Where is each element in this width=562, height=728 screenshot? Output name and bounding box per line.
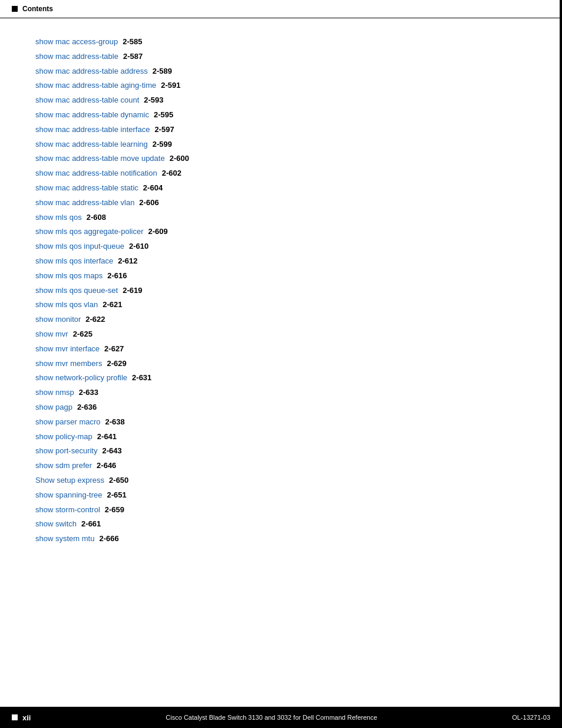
toc-entry: show mac address-table static2-604 xyxy=(35,182,527,195)
toc-page-number: 2-661 xyxy=(81,518,101,531)
toc-entry: show mls qos input-queue2-610 xyxy=(35,241,527,253)
toc-entry: show mvr members2-629 xyxy=(35,358,527,370)
toc-link[interactable]: show mac address-table static xyxy=(35,182,138,195)
toc-entry: show mac address-table address2-589 xyxy=(35,65,527,78)
toc-entry: show mac address-table notification2-602 xyxy=(35,167,527,180)
toc-page-number: 2-659 xyxy=(105,504,124,516)
toc-link[interactable]: show mls qos input-queue xyxy=(35,241,124,253)
toc-link[interactable]: show mac address-table move update xyxy=(35,153,165,165)
page-footer: xii Cisco Catalyst Blade Switch 3130 and… xyxy=(0,707,562,728)
toc-entry: show monitor2-622 xyxy=(35,314,527,326)
toc-page-number: 2-633 xyxy=(79,387,98,399)
toc-page-number: 2-591 xyxy=(161,80,180,92)
toc-page-number: 2-585 xyxy=(123,36,142,48)
toc-page-number: 2-612 xyxy=(118,255,137,268)
toc-entry: show mls qos interface2-612 xyxy=(35,255,527,268)
footer-center-text: Cisco Catalyst Blade Switch 3130 and 303… xyxy=(31,714,512,721)
header-title: Contents xyxy=(22,5,53,13)
toc-page-number: 2-597 xyxy=(154,124,174,136)
toc-link[interactable]: Show setup express xyxy=(35,475,104,487)
toc-page-number: 2-646 xyxy=(97,460,116,472)
toc-entry: Show setup express2-650 xyxy=(35,475,527,487)
toc-link[interactable]: show mac address-table interface xyxy=(35,124,150,136)
toc-link[interactable]: show mvr members xyxy=(35,358,102,370)
toc-link[interactable]: show mvr xyxy=(35,328,68,341)
footer-doc-number: OL-13271-03 xyxy=(512,714,550,721)
toc-link[interactable]: show system mtu xyxy=(35,533,94,545)
toc-page-number: 2-602 xyxy=(162,167,181,180)
toc-page-number: 2-606 xyxy=(139,197,158,209)
toc-page-number: 2-622 xyxy=(85,314,105,326)
toc-entry: show mac address-table vlan2-606 xyxy=(35,197,527,209)
toc-page-number: 2-643 xyxy=(102,445,121,457)
toc-page-number: 2-641 xyxy=(97,431,117,443)
toc-entry: show spanning-tree2-651 xyxy=(35,489,527,502)
toc-page-number: 2-625 xyxy=(73,328,92,341)
toc-page-number: 2-599 xyxy=(153,139,172,151)
toc-entry: show port-security2-643 xyxy=(35,445,527,457)
page-header: Contents xyxy=(0,0,562,18)
toc-entry: show mac address-table count2-593 xyxy=(35,94,527,107)
toc-page-number: 2-589 xyxy=(153,65,172,78)
toc-page-number: 2-619 xyxy=(123,285,142,297)
toc-link[interactable]: show mac address-table notification xyxy=(35,167,157,180)
toc-link[interactable]: show mls qos interface xyxy=(35,255,113,268)
toc-link[interactable]: show parser macro xyxy=(35,416,101,429)
toc-entry: show mac address-table move update2-600 xyxy=(35,153,527,165)
toc-entry: show mls qos2-608 xyxy=(35,212,527,224)
toc-page-number: 2-600 xyxy=(170,153,189,165)
toc-link[interactable]: show storm-control xyxy=(35,504,100,516)
footer-square-icon xyxy=(12,714,18,720)
toc-page-number: 2-638 xyxy=(105,416,125,429)
toc-link[interactable]: show monitor xyxy=(35,314,81,326)
toc-link[interactable]: show port-security xyxy=(35,445,97,457)
toc-link[interactable]: show mac address-table aging-time xyxy=(35,80,156,92)
toc-entry: show network-policy profile2-631 xyxy=(35,372,527,384)
toc-link[interactable]: show switch xyxy=(35,518,77,531)
toc-link[interactable]: show network-policy profile xyxy=(35,372,127,384)
toc-page-number: 2-650 xyxy=(109,475,128,487)
toc-entry: show storm-control2-659 xyxy=(35,504,527,516)
toc-link[interactable]: show mac address-table vlan xyxy=(35,197,134,209)
toc-link[interactable]: show mac access-group xyxy=(35,36,118,48)
toc-link[interactable]: show mac address-table address xyxy=(35,65,148,78)
toc-link[interactable]: show nmsp xyxy=(35,387,74,399)
toc-link[interactable]: show mls qos xyxy=(35,212,82,224)
toc-entry: show mls qos maps2-616 xyxy=(35,270,527,282)
toc-entry: show switch2-661 xyxy=(35,518,527,531)
toc-entry: show mls qos aggregate-policer2-609 xyxy=(35,226,527,238)
toc-entry: show mac address-table dynamic2-595 xyxy=(35,109,527,121)
toc-entry: show mac address-table interface2-597 xyxy=(35,124,527,136)
toc-content: show mac access-group2-585show mac addre… xyxy=(0,18,562,595)
toc-link[interactable]: show mls qos queue-set xyxy=(35,285,118,297)
toc-link[interactable]: show mac address-table dynamic xyxy=(35,109,149,121)
toc-entry: show mac address-table aging-time2-591 xyxy=(35,80,527,92)
toc-link[interactable]: show mvr interface xyxy=(35,343,100,355)
toc-link[interactable]: show policy-map xyxy=(35,431,92,443)
toc-entry: show parser macro2-638 xyxy=(35,416,527,429)
toc-page-number: 2-604 xyxy=(143,182,163,195)
toc-page-number: 2-666 xyxy=(99,533,118,545)
toc-link[interactable]: show sdm prefer xyxy=(35,460,92,472)
toc-page-number: 2-608 xyxy=(87,212,106,224)
toc-entry: show mvr interface2-627 xyxy=(35,343,527,355)
toc-link[interactable]: show pagp xyxy=(35,401,72,414)
toc-link[interactable]: show mac address-table learning xyxy=(35,139,148,151)
toc-link[interactable]: show mac address-table xyxy=(35,51,118,63)
toc-page-number: 2-593 xyxy=(144,94,163,107)
toc-page-number: 2-616 xyxy=(107,270,127,282)
toc-entry: show mls qos vlan2-621 xyxy=(35,299,527,311)
toc-link[interactable]: show spanning-tree xyxy=(35,489,102,502)
toc-link[interactable]: show mls qos aggregate-policer xyxy=(35,226,144,238)
toc-link[interactable]: show mls qos vlan xyxy=(35,299,98,311)
toc-page-number: 2-636 xyxy=(77,401,97,414)
toc-entry: show nmsp2-633 xyxy=(35,387,527,399)
toc-link[interactable]: show mls qos maps xyxy=(35,270,103,282)
toc-entry: show mac address-table2-587 xyxy=(35,51,527,63)
toc-entry: show sdm prefer2-646 xyxy=(35,460,527,472)
toc-link[interactable]: show mac address-table count xyxy=(35,94,139,107)
toc-page-number: 2-631 xyxy=(132,372,151,384)
toc-page-number: 2-587 xyxy=(123,51,143,63)
toc-page-number: 2-621 xyxy=(103,299,122,311)
footer-left: xii xyxy=(12,713,31,722)
